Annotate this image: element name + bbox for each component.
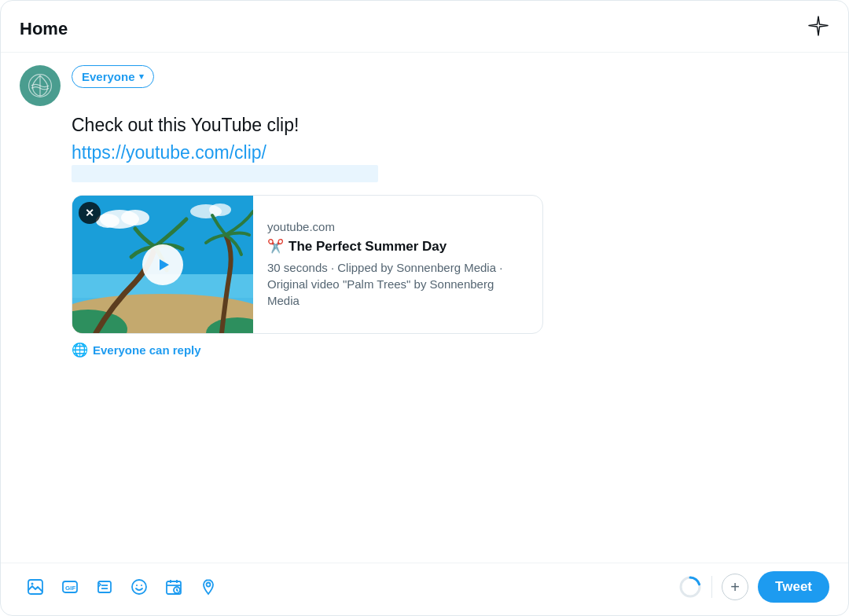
scissors-icon: ✂️ xyxy=(267,238,284,255)
svg-point-29 xyxy=(207,583,211,587)
tweet-link[interactable]: https://youtube.com/clip/ xyxy=(72,142,829,163)
plus-icon: + xyxy=(730,578,740,596)
preview-meta: 30 seconds · Clipped by Sonnenberg Media… xyxy=(267,259,528,309)
svg-rect-18 xyxy=(98,581,111,592)
gif-icon[interactable]: GIF xyxy=(54,571,86,603)
toolbar-left: GIF xyxy=(20,571,678,603)
compose-body: Check out this YouTube clip! https://you… xyxy=(72,112,829,563)
close-icon: ✕ xyxy=(85,207,94,218)
vertical-divider xyxy=(711,576,712,598)
svg-text:GIF: GIF xyxy=(65,585,75,592)
svg-point-21 xyxy=(132,580,146,594)
chevron-down-icon: ▾ xyxy=(139,72,144,82)
add-thread-button[interactable]: + xyxy=(722,574,748,600)
sparkle-icon[interactable] xyxy=(807,15,829,42)
character-count-progress xyxy=(678,575,702,599)
poll-icon[interactable] xyxy=(89,571,120,603)
compose-area: Everyone ▾ Check out this YouTube clip! … xyxy=(1,53,848,563)
preview-domain: youtube.com xyxy=(267,220,528,233)
svg-point-15 xyxy=(31,583,34,585)
everyone-label: Everyone xyxy=(82,70,135,83)
play-button[interactable] xyxy=(142,244,183,285)
preview-thumbnail: ✕ xyxy=(72,196,253,333)
reply-permission-label: Everyone can reply xyxy=(93,343,201,357)
preview-title: ✂️ The Perfect Summer Day xyxy=(267,238,528,255)
svg-marker-13 xyxy=(160,259,169,270)
preview-title-text: The Perfect Summer Day xyxy=(289,239,447,255)
tweet-button[interactable]: Tweet xyxy=(758,571,829,603)
preview-info: youtube.com ✂️ The Perfect Summer Day 30… xyxy=(253,196,542,333)
location-icon[interactable] xyxy=(193,571,224,603)
globe-icon: 🌐 xyxy=(72,342,88,358)
toolbar-right: + Tweet xyxy=(678,571,829,603)
header: Home xyxy=(1,1,848,53)
everyone-dropdown[interactable]: Everyone ▾ xyxy=(72,65,154,88)
compose-top: Everyone ▾ xyxy=(20,65,829,106)
svg-rect-14 xyxy=(28,580,42,594)
svg-point-22 xyxy=(136,585,138,586)
reply-permission[interactable]: 🌐 Everyone can reply xyxy=(72,342,829,358)
image-icon[interactable] xyxy=(20,571,51,603)
svg-point-3 xyxy=(121,210,149,226)
tweet-text[interactable]: Check out this YouTube clip! xyxy=(72,112,829,138)
emoji-icon[interactable] xyxy=(123,571,155,603)
schedule-icon[interactable] xyxy=(158,571,189,603)
link-highlight xyxy=(72,165,378,182)
preview-card: ✕ xyxy=(72,195,543,334)
page-title: Home xyxy=(20,19,68,39)
avatar xyxy=(20,65,61,106)
toolbar: GIF xyxy=(1,563,848,615)
twitter-compose-window: Home Everyone ▾ xyxy=(0,0,849,616)
close-preview-button[interactable]: ✕ xyxy=(79,202,101,224)
svg-point-23 xyxy=(141,585,142,586)
